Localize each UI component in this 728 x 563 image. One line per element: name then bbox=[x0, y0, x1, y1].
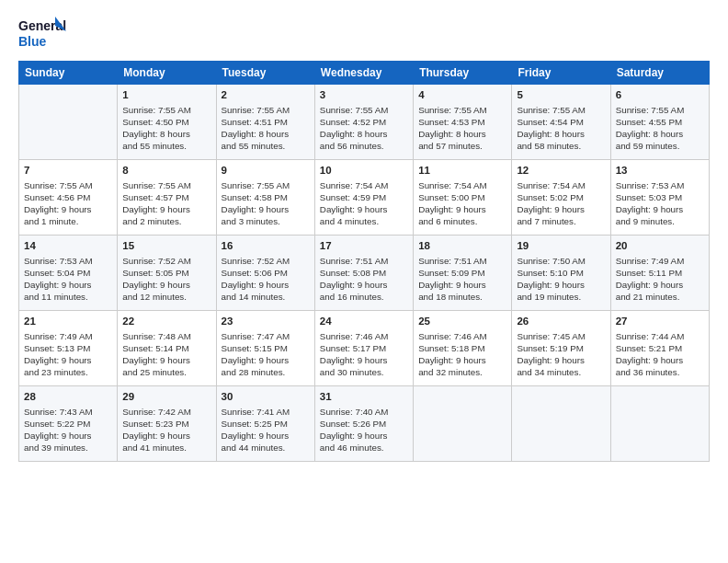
calendar-cell: 22Sunrise: 7:48 AM Sunset: 5:14 PM Dayli… bbox=[118, 311, 216, 386]
weekday-header-sunday: Sunday bbox=[19, 62, 118, 85]
calendar-cell: 6Sunrise: 7:55 AM Sunset: 4:55 PM Daylig… bbox=[610, 85, 709, 160]
day-info: Sunrise: 7:47 AM Sunset: 5:15 PM Dayligh… bbox=[222, 330, 310, 379]
calendar-cell: 11Sunrise: 7:54 AM Sunset: 5:00 PM Dayli… bbox=[414, 160, 512, 236]
day-info: Sunrise: 7:54 AM Sunset: 5:00 PM Dayligh… bbox=[418, 179, 506, 228]
week-row-2: 14Sunrise: 7:53 AM Sunset: 5:04 PM Dayli… bbox=[19, 236, 710, 311]
day-number: 15 bbox=[122, 239, 210, 254]
logo: GeneralBlue bbox=[18, 15, 66, 52]
calendar-cell: 7Sunrise: 7:55 AM Sunset: 4:56 PM Daylig… bbox=[19, 160, 118, 236]
day-info: Sunrise: 7:41 AM Sunset: 5:25 PM Dayligh… bbox=[222, 406, 310, 454]
day-info: Sunrise: 7:55 AM Sunset: 4:55 PM Dayligh… bbox=[616, 104, 704, 153]
day-info: Sunrise: 7:55 AM Sunset: 4:54 PM Dayligh… bbox=[517, 104, 605, 153]
day-info: Sunrise: 7:55 AM Sunset: 4:53 PM Dayligh… bbox=[418, 104, 506, 153]
calendar-cell: 20Sunrise: 7:49 AM Sunset: 5:11 PM Dayli… bbox=[610, 236, 709, 311]
logo-svg: GeneralBlue bbox=[18, 15, 66, 52]
day-info: Sunrise: 7:40 AM Sunset: 5:26 PM Dayligh… bbox=[320, 406, 408, 454]
calendar-cell: 21Sunrise: 7:49 AM Sunset: 5:13 PM Dayli… bbox=[19, 311, 118, 386]
day-number: 7 bbox=[24, 164, 112, 178]
calendar-cell: 15Sunrise: 7:52 AM Sunset: 5:05 PM Dayli… bbox=[118, 236, 216, 311]
day-info: Sunrise: 7:54 AM Sunset: 5:02 PM Dayligh… bbox=[517, 179, 605, 228]
day-number: 24 bbox=[320, 315, 408, 329]
day-number: 27 bbox=[616, 315, 704, 329]
calendar-cell: 25Sunrise: 7:46 AM Sunset: 5:18 PM Dayli… bbox=[414, 311, 512, 386]
day-info: Sunrise: 7:48 AM Sunset: 5:14 PM Dayligh… bbox=[122, 330, 210, 379]
day-info: Sunrise: 7:50 AM Sunset: 5:10 PM Dayligh… bbox=[517, 255, 605, 304]
calendar-cell: 27Sunrise: 7:44 AM Sunset: 5:21 PM Dayli… bbox=[610, 311, 709, 386]
calendar-cell: 24Sunrise: 7:46 AM Sunset: 5:17 PM Dayli… bbox=[314, 311, 413, 386]
day-info: Sunrise: 7:45 AM Sunset: 5:19 PM Dayligh… bbox=[517, 330, 605, 379]
day-info: Sunrise: 7:43 AM Sunset: 5:22 PM Dayligh… bbox=[24, 406, 112, 454]
day-info: Sunrise: 7:49 AM Sunset: 5:13 PM Dayligh… bbox=[24, 330, 112, 379]
day-number: 30 bbox=[222, 390, 310, 405]
day-number: 16 bbox=[222, 239, 310, 254]
weekday-header-row: SundayMondayTuesdayWednesdayThursdayFrid… bbox=[19, 62, 710, 85]
weekday-header-wednesday: Wednesday bbox=[314, 62, 413, 85]
weekday-header-tuesday: Tuesday bbox=[216, 62, 314, 85]
calendar-cell: 13Sunrise: 7:53 AM Sunset: 5:03 PM Dayli… bbox=[610, 160, 709, 236]
week-row-0: 1Sunrise: 7:55 AM Sunset: 4:50 PM Daylig… bbox=[19, 85, 710, 160]
weekday-header-saturday: Saturday bbox=[610, 62, 709, 85]
day-info: Sunrise: 7:55 AM Sunset: 4:50 PM Dayligh… bbox=[122, 104, 210, 153]
day-number: 21 bbox=[24, 315, 112, 329]
calendar-cell: 17Sunrise: 7:51 AM Sunset: 5:08 PM Dayli… bbox=[314, 236, 413, 311]
calendar-cell: 14Sunrise: 7:53 AM Sunset: 5:04 PM Dayli… bbox=[19, 236, 118, 311]
calendar-cell: 9Sunrise: 7:55 AM Sunset: 4:58 PM Daylig… bbox=[216, 160, 314, 236]
day-number: 23 bbox=[222, 315, 310, 329]
calendar-cell bbox=[19, 85, 118, 160]
day-number: 14 bbox=[24, 239, 112, 254]
calendar-cell: 5Sunrise: 7:55 AM Sunset: 4:54 PM Daylig… bbox=[512, 85, 610, 160]
weekday-header-monday: Monday bbox=[118, 62, 216, 85]
calendar-cell: 16Sunrise: 7:52 AM Sunset: 5:06 PM Dayli… bbox=[216, 236, 314, 311]
calendar-cell: 1Sunrise: 7:55 AM Sunset: 4:50 PM Daylig… bbox=[118, 85, 216, 160]
calendar-cell: 30Sunrise: 7:41 AM Sunset: 5:25 PM Dayli… bbox=[216, 386, 314, 462]
calendar-cell bbox=[512, 386, 610, 462]
calendar-page: GeneralBlue SundayMondayTuesdayWednesday… bbox=[0, 0, 728, 563]
week-row-1: 7Sunrise: 7:55 AM Sunset: 4:56 PM Daylig… bbox=[19, 160, 710, 236]
calendar-cell: 18Sunrise: 7:51 AM Sunset: 5:09 PM Dayli… bbox=[414, 236, 512, 311]
day-number: 4 bbox=[418, 88, 506, 103]
svg-text:Blue: Blue bbox=[18, 34, 47, 49]
day-info: Sunrise: 7:44 AM Sunset: 5:21 PM Dayligh… bbox=[616, 330, 704, 379]
day-number: 13 bbox=[616, 164, 704, 178]
day-number: 19 bbox=[517, 239, 605, 254]
calendar-cell bbox=[610, 386, 709, 462]
day-number: 28 bbox=[24, 390, 112, 405]
calendar-cell: 10Sunrise: 7:54 AM Sunset: 4:59 PM Dayli… bbox=[314, 160, 413, 236]
day-info: Sunrise: 7:55 AM Sunset: 4:52 PM Dayligh… bbox=[320, 104, 408, 153]
calendar-cell: 26Sunrise: 7:45 AM Sunset: 5:19 PM Dayli… bbox=[512, 311, 610, 386]
calendar-cell: 28Sunrise: 7:43 AM Sunset: 5:22 PM Dayli… bbox=[19, 386, 118, 462]
calendar-cell: 3Sunrise: 7:55 AM Sunset: 4:52 PM Daylig… bbox=[314, 85, 413, 160]
day-info: Sunrise: 7:52 AM Sunset: 5:05 PM Dayligh… bbox=[122, 255, 210, 304]
day-number: 25 bbox=[418, 315, 506, 329]
calendar-cell: 2Sunrise: 7:55 AM Sunset: 4:51 PM Daylig… bbox=[216, 85, 314, 160]
day-number: 12 bbox=[517, 164, 605, 178]
day-number: 17 bbox=[320, 239, 408, 254]
week-row-4: 28Sunrise: 7:43 AM Sunset: 5:22 PM Dayli… bbox=[19, 386, 710, 462]
calendar-cell: 29Sunrise: 7:42 AM Sunset: 5:23 PM Dayli… bbox=[118, 386, 216, 462]
day-number: 2 bbox=[222, 88, 310, 103]
calendar-cell: 4Sunrise: 7:55 AM Sunset: 4:53 PM Daylig… bbox=[414, 85, 512, 160]
day-number: 10 bbox=[320, 164, 408, 178]
day-info: Sunrise: 7:53 AM Sunset: 5:04 PM Dayligh… bbox=[24, 255, 112, 304]
day-info: Sunrise: 7:55 AM Sunset: 4:51 PM Dayligh… bbox=[222, 104, 310, 153]
day-info: Sunrise: 7:53 AM Sunset: 5:03 PM Dayligh… bbox=[616, 179, 704, 228]
day-number: 1 bbox=[122, 88, 210, 103]
calendar-table: SundayMondayTuesdayWednesdayThursdayFrid… bbox=[18, 61, 710, 462]
day-number: 26 bbox=[517, 315, 605, 329]
day-info: Sunrise: 7:52 AM Sunset: 5:06 PM Dayligh… bbox=[222, 255, 310, 304]
calendar-cell: 19Sunrise: 7:50 AM Sunset: 5:10 PM Dayli… bbox=[512, 236, 610, 311]
day-info: Sunrise: 7:55 AM Sunset: 4:56 PM Dayligh… bbox=[24, 179, 112, 228]
day-info: Sunrise: 7:51 AM Sunset: 5:08 PM Dayligh… bbox=[320, 255, 408, 304]
day-info: Sunrise: 7:46 AM Sunset: 5:17 PM Dayligh… bbox=[320, 330, 408, 379]
day-number: 22 bbox=[122, 315, 210, 329]
day-number: 8 bbox=[122, 164, 210, 178]
day-number: 11 bbox=[418, 164, 506, 178]
day-info: Sunrise: 7:42 AM Sunset: 5:23 PM Dayligh… bbox=[122, 406, 210, 454]
day-number: 6 bbox=[616, 88, 704, 103]
header: GeneralBlue bbox=[18, 15, 710, 52]
weekday-header-friday: Friday bbox=[512, 62, 610, 85]
calendar-cell: 31Sunrise: 7:40 AM Sunset: 5:26 PM Dayli… bbox=[314, 386, 413, 462]
day-info: Sunrise: 7:46 AM Sunset: 5:18 PM Dayligh… bbox=[418, 330, 506, 379]
day-info: Sunrise: 7:55 AM Sunset: 4:58 PM Dayligh… bbox=[222, 179, 310, 228]
day-number: 20 bbox=[616, 239, 704, 254]
